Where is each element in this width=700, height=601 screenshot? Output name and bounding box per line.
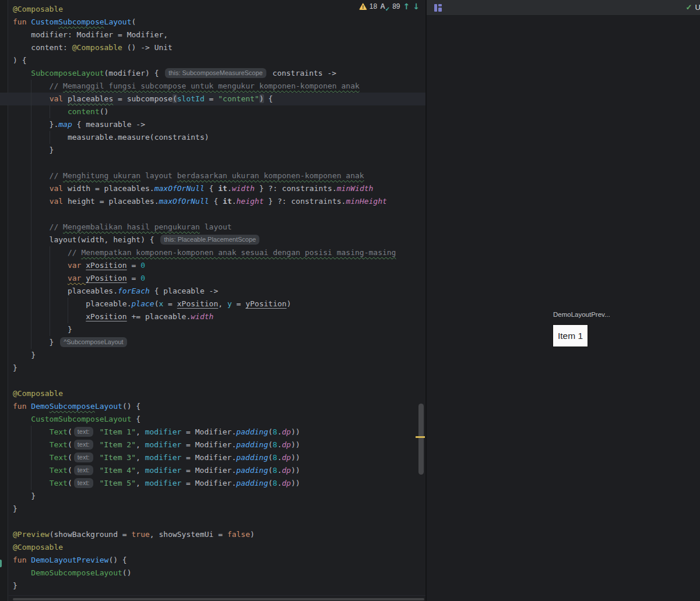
code-token: ( xyxy=(173,94,177,103)
code-token: Mengembalikan hasil pengukuran xyxy=(63,222,200,231)
code-token: . xyxy=(277,466,282,475)
code-line[interactable]: } xyxy=(0,490,425,503)
code-token: placeables xyxy=(68,94,113,103)
code-line[interactable]: Text(text: "Item 4", modifier = Modifier… xyxy=(0,464,425,477)
code-line[interactable]: xPosition += placeable.width xyxy=(0,310,425,323)
code-token: modifier xyxy=(145,427,182,436)
code-line[interactable]: var xPosition = 0 xyxy=(0,259,425,272)
inlay-hint[interactable]: text: xyxy=(74,427,93,437)
code-line[interactable]: @Preview(showBackground = true, showSyst… xyxy=(0,528,425,541)
code-token: DemoLayoutPreview xyxy=(31,556,108,564)
code-token: Layout xyxy=(95,402,122,411)
inlay-hint[interactable]: ^SubcomposeLayout xyxy=(60,337,126,347)
code-line[interactable]: fun DemoLayoutPreview() { xyxy=(0,554,425,567)
code-line[interactable]: } xyxy=(0,503,425,515)
code-token: ( xyxy=(268,479,273,487)
code-line[interactable]: } xyxy=(0,362,425,374)
code-line[interactable]: val height = placeables.maxOfOrNull { it… xyxy=(0,195,425,208)
indent-guide xyxy=(31,464,31,477)
code-editor[interactable]: @Composablefun CustomSubcomposeLayout( m… xyxy=(0,0,425,601)
code-line[interactable]: val width = placeables.maxOfOrNull { it.… xyxy=(0,182,425,195)
code-token: ) { xyxy=(13,56,26,65)
code-line[interactable] xyxy=(0,374,425,387)
code-line[interactable]: // Menghitung ukuran layout berdasarkan … xyxy=(0,169,425,182)
build-status[interactable]: ✓ Up xyxy=(685,3,700,12)
code-token: minHeight xyxy=(346,197,386,206)
code-line[interactable]: Text(text: "Item 5", modifier = Modifier… xyxy=(0,477,425,490)
code-token: fun xyxy=(13,17,31,26)
inlay-hint[interactable]: text: xyxy=(74,452,93,462)
indent-guide xyxy=(31,93,31,105)
code-token: val xyxy=(50,197,68,206)
inlay-hint[interactable]: text: xyxy=(74,465,93,475)
code-token: it xyxy=(223,197,232,206)
code-line[interactable]: measurable.measure(constraints) xyxy=(0,131,425,144)
preview-name-label[interactable]: DemoLayoutPrev... xyxy=(553,311,610,318)
code-line[interactable]: modifier: Modifier = Modifier, xyxy=(0,29,425,41)
indent-guide xyxy=(31,221,31,234)
code-line[interactable]: layout(width, height) { this: Placeable.… xyxy=(0,234,425,246)
code-line[interactable]: Text(text: "Item 2", modifier = Modifier… xyxy=(0,439,425,451)
code-line[interactable]: } xyxy=(0,323,425,336)
code-line[interactable]: } xyxy=(0,349,425,362)
horizontal-scrollbar-thumb[interactable] xyxy=(13,598,424,600)
code-line[interactable]: fun CustomSubcomposeLayout( xyxy=(0,16,425,29)
inlay-hint[interactable]: this: Placeable.PlacementScope xyxy=(160,235,259,245)
code-line[interactable]: // Mengembalikan hasil pengukuran layout xyxy=(0,221,425,234)
code-token: // xyxy=(13,248,81,257)
inlay-hint[interactable]: text: xyxy=(74,440,93,450)
warning-icon[interactable]: ! xyxy=(359,3,367,10)
code-token: () xyxy=(100,107,109,116)
indent-guide xyxy=(31,451,31,464)
inlay-hint[interactable]: text: xyxy=(74,478,93,488)
code-line[interactable]: Text(text: "Item 1", modifier = Modifier… xyxy=(0,426,425,439)
code-line[interactable]: } ^SubcomposeLayout xyxy=(0,336,425,349)
code-token: ( xyxy=(68,466,72,475)
code-line[interactable]: }.map { measurable -> xyxy=(0,118,425,131)
code-line[interactable]: SubcomposeLayout(modifier) { this: Subco… xyxy=(0,67,425,80)
scrollbar-warning-stripe[interactable] xyxy=(416,436,425,438)
code-line[interactable]: DemoSubcomposeLayout() xyxy=(0,567,425,579)
inlay-hint[interactable]: this: SubcomposeMeasureScope xyxy=(165,68,266,78)
code-line[interactable]: } xyxy=(0,579,425,592)
code-line[interactable]: fun DemoSubcomposeLayout() { xyxy=(0,400,425,413)
code-token: = Modifier. xyxy=(181,453,236,462)
code-line[interactable]: // Menempatkan komponen-komponen anak se… xyxy=(0,246,425,259)
code-token: padding xyxy=(236,427,268,436)
code-token: false xyxy=(227,530,250,539)
code-line[interactable]: placeables.forEach { placeable -> xyxy=(0,285,425,298)
code-line[interactable]: } xyxy=(0,144,425,157)
code-line[interactable]: var yPosition = 0 xyxy=(0,272,425,285)
next-highlight-arrow-down-icon[interactable]: ↓ xyxy=(413,2,420,11)
code-line[interactable]: content() xyxy=(0,105,425,118)
prev-highlight-arrow-up-icon[interactable]: ↑ xyxy=(403,2,410,11)
code-line[interactable]: placeable.place(x = xPosition, y = yPosi… xyxy=(0,298,425,310)
code-line[interactable]: val placeables = subcompose(slotId = "co… xyxy=(0,93,425,105)
indent-guide xyxy=(31,195,31,208)
code-line[interactable]: ) { xyxy=(0,54,425,67)
code-token: = Modifier. xyxy=(181,440,236,449)
code-line[interactable]: @Composable xyxy=(0,387,425,400)
vertical-scrollbar-thumb[interactable] xyxy=(418,404,424,475)
code-line[interactable]: Text(text: "Item 3", modifier = Modifier… xyxy=(0,451,425,464)
code-line[interactable]: @Composable xyxy=(0,541,425,554)
indent-guide xyxy=(68,298,68,310)
code-line[interactable]: content: @Composable () -> Unit xyxy=(0,41,425,54)
grid-layout-icon[interactable] xyxy=(434,4,442,12)
code-line[interactable] xyxy=(0,157,425,169)
typo-icon[interactable]: A ✓ xyxy=(380,2,390,11)
warning-count[interactable]: 18 xyxy=(370,2,377,10)
code-area[interactable]: @Composablefun CustomSubcomposeLayout( m… xyxy=(0,3,425,592)
code-token: , xyxy=(218,299,227,308)
indent-guide xyxy=(31,310,31,323)
code-line[interactable] xyxy=(0,208,425,221)
code-line[interactable]: // Memanggil fungsi subcompose untuk men… xyxy=(0,80,425,93)
code-token: , xyxy=(136,479,145,487)
code-token: "Item 1" xyxy=(99,427,136,436)
typo-count[interactable]: 89 xyxy=(392,2,400,10)
indent-guide xyxy=(31,426,31,439)
code-line[interactable]: CustomSubcomposeLayout { xyxy=(0,413,425,426)
code-token: padding xyxy=(236,453,268,462)
code-token: ) xyxy=(259,94,264,103)
code-line[interactable] xyxy=(0,515,425,528)
